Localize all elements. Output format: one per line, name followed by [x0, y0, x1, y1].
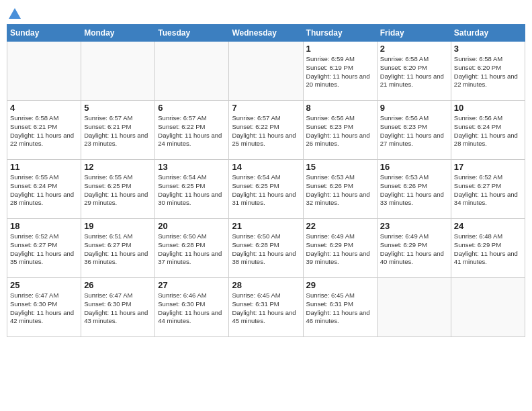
- calendar-cell: 28Sunrise: 6:45 AM Sunset: 6:31 PM Dayli…: [229, 278, 303, 337]
- day-info: Sunrise: 6:49 AM Sunset: 6:29 PM Dayligh…: [380, 232, 448, 267]
- calendar-cell: 3Sunrise: 6:58 AM Sunset: 6:20 PM Daylig…: [451, 42, 525, 101]
- day-number: 28: [232, 280, 300, 290]
- day-number: 4: [10, 103, 78, 113]
- header: [7, 7, 525, 19]
- day-number: 16: [380, 162, 448, 172]
- calendar-cell: [7, 42, 81, 101]
- day-number: 10: [454, 103, 522, 113]
- calendar-header-sunday: Sunday: [7, 25, 81, 42]
- calendar-cell: [451, 278, 525, 337]
- day-info: Sunrise: 6:54 AM Sunset: 6:25 PM Dayligh…: [232, 173, 300, 208]
- day-number: 6: [158, 103, 226, 113]
- calendar-cell: [155, 42, 229, 101]
- calendar-cell: 9Sunrise: 6:56 AM Sunset: 6:23 PM Daylig…: [377, 101, 451, 160]
- calendar-cell: [377, 278, 451, 337]
- calendar-cell: 17Sunrise: 6:52 AM Sunset: 6:27 PM Dayli…: [451, 160, 525, 219]
- day-info: Sunrise: 6:48 AM Sunset: 6:29 PM Dayligh…: [454, 232, 522, 267]
- day-info: Sunrise: 6:47 AM Sunset: 6:30 PM Dayligh…: [10, 291, 78, 326]
- calendar-header-wednesday: Wednesday: [229, 25, 303, 42]
- day-number: 12: [84, 162, 152, 172]
- day-info: Sunrise: 6:58 AM Sunset: 6:20 PM Dayligh…: [380, 55, 448, 89]
- day-number: 13: [158, 162, 226, 172]
- logo-icon: [7, 7, 22, 21]
- calendar-week-row: 18Sunrise: 6:52 AM Sunset: 6:27 PM Dayli…: [7, 219, 525, 278]
- day-number: 8: [306, 103, 374, 113]
- day-info: Sunrise: 6:53 AM Sunset: 6:26 PM Dayligh…: [380, 173, 448, 208]
- day-number: 11: [10, 162, 78, 172]
- logo: [7, 7, 23, 19]
- calendar-cell: 15Sunrise: 6:53 AM Sunset: 6:26 PM Dayli…: [303, 160, 377, 219]
- day-info: Sunrise: 6:52 AM Sunset: 6:27 PM Dayligh…: [454, 173, 522, 208]
- calendar-cell: 1Sunrise: 6:59 AM Sunset: 6:19 PM Daylig…: [303, 42, 377, 101]
- day-info: Sunrise: 6:51 AM Sunset: 6:27 PM Dayligh…: [84, 232, 152, 267]
- page: SundayMondayTuesdayWednesdayThursdayFrid…: [0, 0, 532, 411]
- calendar-cell: 21Sunrise: 6:50 AM Sunset: 6:28 PM Dayli…: [229, 219, 303, 278]
- calendar-cell: [229, 42, 303, 101]
- calendar-week-row: 25Sunrise: 6:47 AM Sunset: 6:30 PM Dayli…: [7, 278, 525, 337]
- day-info: Sunrise: 6:55 AM Sunset: 6:25 PM Dayligh…: [84, 173, 152, 208]
- calendar-cell: 14Sunrise: 6:54 AM Sunset: 6:25 PM Dayli…: [229, 160, 303, 219]
- day-number: 14: [232, 162, 300, 172]
- day-info: Sunrise: 6:58 AM Sunset: 6:20 PM Dayligh…: [454, 55, 522, 89]
- day-number: 1: [306, 44, 374, 54]
- day-info: Sunrise: 6:50 AM Sunset: 6:28 PM Dayligh…: [158, 232, 226, 267]
- calendar-cell: 22Sunrise: 6:49 AM Sunset: 6:29 PM Dayli…: [303, 219, 377, 278]
- day-info: Sunrise: 6:50 AM Sunset: 6:28 PM Dayligh…: [232, 232, 300, 267]
- calendar-header-tuesday: Tuesday: [155, 25, 229, 42]
- calendar-cell: 2Sunrise: 6:58 AM Sunset: 6:20 PM Daylig…: [377, 42, 451, 101]
- day-info: Sunrise: 6:57 AM Sunset: 6:22 PM Dayligh…: [158, 114, 226, 148]
- day-info: Sunrise: 6:59 AM Sunset: 6:19 PM Dayligh…: [306, 55, 374, 89]
- day-info: Sunrise: 6:49 AM Sunset: 6:29 PM Dayligh…: [306, 232, 374, 267]
- day-info: Sunrise: 6:47 AM Sunset: 6:30 PM Dayligh…: [84, 291, 152, 326]
- day-info: Sunrise: 6:57 AM Sunset: 6:21 PM Dayligh…: [84, 114, 152, 148]
- day-number: 21: [232, 221, 300, 231]
- calendar-cell: 8Sunrise: 6:56 AM Sunset: 6:23 PM Daylig…: [303, 101, 377, 160]
- calendar-table: SundayMondayTuesdayWednesdayThursdayFrid…: [7, 24, 525, 337]
- day-info: Sunrise: 6:45 AM Sunset: 6:31 PM Dayligh…: [232, 291, 300, 326]
- day-number: 27: [158, 280, 226, 290]
- calendar-cell: 4Sunrise: 6:58 AM Sunset: 6:21 PM Daylig…: [7, 101, 81, 160]
- calendar-cell: 19Sunrise: 6:51 AM Sunset: 6:27 PM Dayli…: [81, 219, 155, 278]
- calendar-cell: 12Sunrise: 6:55 AM Sunset: 6:25 PM Dayli…: [81, 160, 155, 219]
- day-number: 26: [84, 280, 152, 290]
- calendar-cell: 18Sunrise: 6:52 AM Sunset: 6:27 PM Dayli…: [7, 219, 81, 278]
- day-number: 25: [10, 280, 78, 290]
- day-number: 17: [454, 162, 522, 172]
- day-number: 15: [306, 162, 374, 172]
- day-number: 20: [158, 221, 226, 231]
- calendar-cell: 5Sunrise: 6:57 AM Sunset: 6:21 PM Daylig…: [81, 101, 155, 160]
- day-number: 2: [380, 44, 448, 54]
- calendar-cell: 20Sunrise: 6:50 AM Sunset: 6:28 PM Dayli…: [155, 219, 229, 278]
- day-number: 29: [306, 280, 374, 290]
- day-number: 5: [84, 103, 152, 113]
- calendar-week-row: 1Sunrise: 6:59 AM Sunset: 6:19 PM Daylig…: [7, 42, 525, 101]
- day-number: 22: [306, 221, 374, 231]
- calendar-cell: 29Sunrise: 6:45 AM Sunset: 6:31 PM Dayli…: [303, 278, 377, 337]
- day-info: Sunrise: 6:54 AM Sunset: 6:25 PM Dayligh…: [158, 173, 226, 208]
- calendar-cell: 25Sunrise: 6:47 AM Sunset: 6:30 PM Dayli…: [7, 278, 81, 337]
- day-info: Sunrise: 6:56 AM Sunset: 6:23 PM Dayligh…: [380, 114, 448, 148]
- day-number: 24: [454, 221, 522, 231]
- day-number: 23: [380, 221, 448, 231]
- day-info: Sunrise: 6:45 AM Sunset: 6:31 PM Dayligh…: [306, 291, 374, 326]
- calendar-header-saturday: Saturday: [451, 25, 525, 42]
- day-info: Sunrise: 6:52 AM Sunset: 6:27 PM Dayligh…: [10, 232, 78, 267]
- day-info: Sunrise: 6:53 AM Sunset: 6:26 PM Dayligh…: [306, 173, 374, 208]
- day-number: 18: [10, 221, 78, 231]
- calendar-cell: 27Sunrise: 6:46 AM Sunset: 6:30 PM Dayli…: [155, 278, 229, 337]
- calendar-cell: 11Sunrise: 6:55 AM Sunset: 6:24 PM Dayli…: [7, 160, 81, 219]
- calendar-cell: 26Sunrise: 6:47 AM Sunset: 6:30 PM Dayli…: [81, 278, 155, 337]
- day-number: 19: [84, 221, 152, 231]
- day-number: 3: [454, 44, 522, 54]
- calendar-cell: 16Sunrise: 6:53 AM Sunset: 6:26 PM Dayli…: [377, 160, 451, 219]
- day-number: 7: [232, 103, 300, 113]
- calendar-cell: 6Sunrise: 6:57 AM Sunset: 6:22 PM Daylig…: [155, 101, 229, 160]
- day-info: Sunrise: 6:58 AM Sunset: 6:21 PM Dayligh…: [10, 114, 78, 148]
- day-info: Sunrise: 6:56 AM Sunset: 6:23 PM Dayligh…: [306, 114, 374, 148]
- calendar-cell: 7Sunrise: 6:57 AM Sunset: 6:22 PM Daylig…: [229, 101, 303, 160]
- calendar-cell: 23Sunrise: 6:49 AM Sunset: 6:29 PM Dayli…: [377, 219, 451, 278]
- calendar-header-thursday: Thursday: [303, 25, 377, 42]
- day-info: Sunrise: 6:56 AM Sunset: 6:24 PM Dayligh…: [454, 114, 522, 148]
- calendar-cell: 24Sunrise: 6:48 AM Sunset: 6:29 PM Dayli…: [451, 219, 525, 278]
- calendar-cell: [81, 42, 155, 101]
